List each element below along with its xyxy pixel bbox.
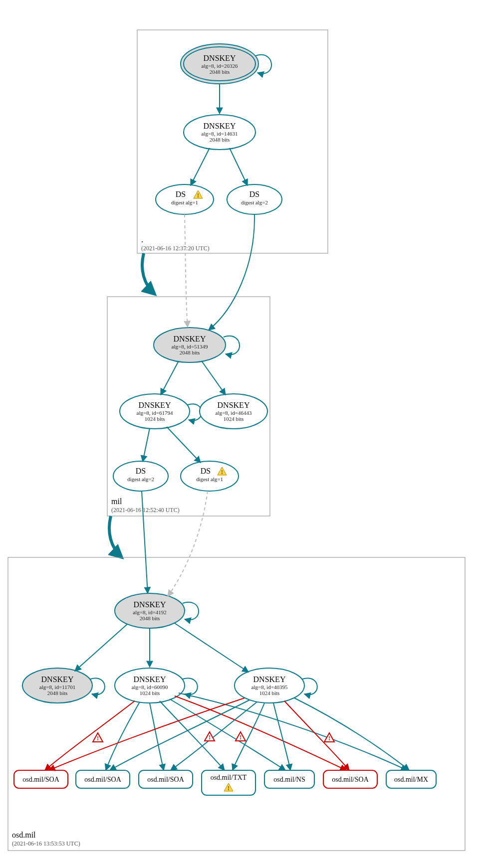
node-osd-zsk2: DNSKEY alg=8, id=40395 1024 bits <box>235 668 304 703</box>
svg-text:DNSKEY: DNSKEY <box>134 675 166 684</box>
svg-text:DNSKEY: DNSKEY <box>139 401 171 409</box>
node-mil-ds2: DS digest alg=2 <box>113 461 168 491</box>
svg-text:2048 bits: 2048 bits <box>180 349 200 355</box>
svg-text:osd.mil/SOA: osd.mil/SOA <box>332 776 369 783</box>
svg-text:alg=8, id=40395: alg=8, id=40395 <box>251 684 288 690</box>
edge-z2-mx <box>294 698 409 770</box>
svg-text:digest alg=1: digest alg=1 <box>196 476 223 482</box>
svg-text:!: ! <box>239 734 241 741</box>
edge-osdksk-ksk2 <box>75 624 127 671</box>
node-root-ksk: DNSKEY alg=8, id=20326 2048 bits <box>181 44 258 84</box>
node-osd-zsk1: DNSKEY alg=8, id=60090 1024 bits <box>115 668 185 703</box>
node-mil-zsk1: DNSKEY alg=8, id=61794 1024 bits <box>120 394 190 429</box>
svg-text:DNSKEY: DNSKEY <box>204 54 236 62</box>
edge-rootds2-milksk <box>209 214 254 330</box>
error-icon: ! <box>93 733 103 742</box>
zone-mil-label: mil <box>111 497 122 506</box>
error-icon: ! <box>236 732 245 741</box>
svg-text:osd.mil/SOA: osd.mil/SOA <box>84 776 121 783</box>
svg-text:DNSKEY: DNSKEY <box>218 401 250 409</box>
edge-rootzsk-ds2 <box>230 148 247 185</box>
svg-text:!: ! <box>197 192 199 199</box>
delegation-root-mil <box>142 253 155 294</box>
svg-text:DNSKEY: DNSKEY <box>253 675 286 684</box>
svg-text:DNSKEY: DNSKEY <box>204 122 236 130</box>
svg-text:DNSKEY: DNSKEY <box>134 600 166 609</box>
rr-soa-2: osd.mil/SOA <box>76 770 130 788</box>
edge-z1-soa3 <box>150 703 164 770</box>
zone-osd-label: osd.mil <box>12 831 36 839</box>
zone-root-time: (2021-06-16 12:37:20 UTC) <box>141 245 210 252</box>
rr-soa-4: osd.mil/SOA <box>323 770 377 788</box>
zone-mil: mil (2021-06-16 12:52:40 UTC) DNSKEY alg… <box>107 214 270 516</box>
svg-text:2048 bits: 2048 bits <box>210 137 230 143</box>
svg-text:1024 bits: 1024 bits <box>145 416 165 422</box>
svg-text:osd.mil/SOA: osd.mil/SOA <box>22 776 59 783</box>
edge-z1-soa2 <box>106 702 140 770</box>
svg-text:DS: DS <box>201 467 211 475</box>
svg-text:!: ! <box>328 735 330 742</box>
svg-text:osd.mil/TXT: osd.mil/TXT <box>211 774 247 781</box>
dnssec-graph: . (2021-06-16 12:37:20 UTC) DNSKEY alg=8… <box>0 0 477 868</box>
node-root-zsk: DNSKEY alg=8, id=14631 2048 bits <box>184 115 255 150</box>
svg-text:alg=8, id=61794: alg=8, id=61794 <box>137 410 173 416</box>
edge-milzsk1-ds2 <box>143 428 150 462</box>
zone-mil-time: (2021-06-16 12:52:40 UTC) <box>111 507 180 514</box>
svg-text:digest alg=1: digest alg=1 <box>171 199 198 205</box>
zone-root: . (2021-06-16 12:37:20 UTC) DNSKEY alg=8… <box>137 30 328 253</box>
edge-z2-ns <box>273 703 290 770</box>
svg-text:DS: DS <box>176 190 186 198</box>
error-icon: ! <box>205 732 215 741</box>
svg-text:DNSKEY: DNSKEY <box>174 335 206 343</box>
svg-text:DNSKEY: DNSKEY <box>41 675 74 684</box>
edge-milzsk1-ds1 <box>167 427 201 463</box>
svg-text:alg=8, id=60090: alg=8, id=60090 <box>132 684 168 690</box>
rr-soa-1: osd.mil/SOA <box>14 770 68 788</box>
svg-text:1024 bits: 1024 bits <box>259 690 280 696</box>
node-root-ds1: DS digest alg=1 ! <box>156 184 214 214</box>
edge-milksk-zsk2 <box>202 361 226 395</box>
svg-text:!: ! <box>209 734 211 741</box>
svg-text:2048 bits: 2048 bits <box>210 69 230 75</box>
svg-text:!: ! <box>97 735 99 742</box>
svg-rect-39 <box>8 557 465 851</box>
zone-osd: osd.mil (2021-06-16 13:53:53 UTC) DNSKEY… <box>8 491 465 851</box>
rr-txt: osd.mil/TXT ! <box>202 770 255 795</box>
svg-text:alg=8, id=14631: alg=8, id=14631 <box>202 131 238 137</box>
node-mil-ksk: DNSKEY alg=8, id=51349 2048 bits <box>154 328 226 362</box>
zone-osd-time: (2021-06-16 13:53:53 UTC) <box>12 840 80 847</box>
svg-text:DS: DS <box>136 467 146 475</box>
node-osd-ksk: DNSKEY alg=8, id=4192 2048 bits <box>115 593 185 628</box>
svg-text:digest alg=2: digest alg=2 <box>241 199 268 205</box>
node-osd-ksk2: DNSKEY alg=8, id=11701 2048 bits <box>22 668 92 703</box>
edge-z1-mx <box>179 693 407 770</box>
edge-z2-soa3 <box>171 702 257 770</box>
delegation-mil-osd <box>109 516 122 557</box>
svg-text:alg=8, id=51349: alg=8, id=51349 <box>172 344 208 349</box>
svg-text:!: ! <box>221 469 223 476</box>
node-mil-ds1: DS digest alg=1 ! <box>181 461 238 491</box>
edge-rootzsk-ds1 <box>191 148 210 185</box>
edge-rootds1-milksk <box>185 214 188 327</box>
svg-text:2048 bits: 2048 bits <box>140 615 160 621</box>
svg-text:1024 bits: 1024 bits <box>224 416 244 422</box>
rr-soa-3: osd.mil/SOA <box>139 770 193 788</box>
node-mil-zsk2: DNSKEY alg=8, id=46443 1024 bits <box>200 394 267 429</box>
svg-text:alg=8, id=11701: alg=8, id=11701 <box>39 684 76 690</box>
zone-root-label: . <box>141 235 143 244</box>
edge-z2-soa4 <box>284 701 349 770</box>
svg-text:alg=8, id=4192: alg=8, id=4192 <box>133 609 166 615</box>
edge-osdksk-zsk2 <box>175 623 248 672</box>
error-icon: ! <box>324 733 334 742</box>
svg-text:1024 bits: 1024 bits <box>140 690 160 696</box>
edge-milksk-zsk1 <box>161 361 179 395</box>
svg-text:digest alg=2: digest alg=2 <box>127 476 154 482</box>
svg-text:osd.mil/NS: osd.mil/NS <box>273 776 305 783</box>
svg-text:osd.mil/SOA: osd.mil/SOA <box>147 776 184 783</box>
rr-mx: osd.mil/MX <box>386 770 436 788</box>
svg-text:alg=8, id=20326: alg=8, id=20326 <box>202 63 238 69</box>
svg-text:alg=8, id=46443: alg=8, id=46443 <box>216 410 252 416</box>
rr-ns: osd.mil/NS <box>264 770 314 788</box>
svg-text:DS: DS <box>249 190 259 198</box>
svg-text:2048 bits: 2048 bits <box>47 690 68 696</box>
